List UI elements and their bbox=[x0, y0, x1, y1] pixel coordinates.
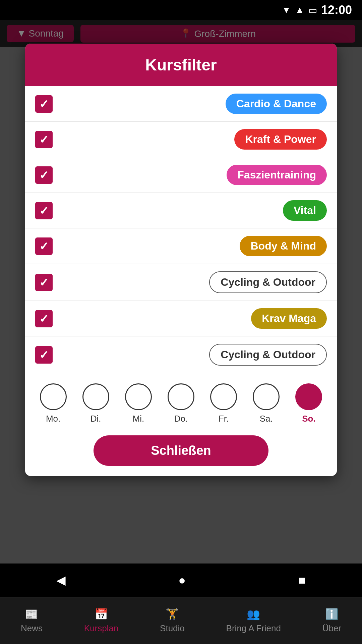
badge-body-mind: Body & Mind bbox=[240, 236, 327, 256]
filter-row-body-mind[interactable]: ✓ Body & Mind bbox=[25, 228, 337, 264]
day-sa[interactable]: Sa. bbox=[253, 383, 280, 424]
checkbox-vital[interactable]: ✓ bbox=[35, 202, 53, 219]
nav-news[interactable]: 📰 News bbox=[21, 608, 43, 634]
checkbox-cycling-outdoor-1[interactable]: ✓ bbox=[35, 274, 53, 291]
badge-krav-maga: Krav Maga bbox=[251, 308, 327, 329]
modal-title: Kursfilter bbox=[35, 56, 327, 74]
close-button-area: Schließen bbox=[25, 427, 337, 476]
checkbox-faszientraining[interactable]: ✓ bbox=[35, 166, 53, 184]
nav-uber-label: Über bbox=[322, 623, 341, 634]
filter-row-faszientraining[interactable]: ✓ Faszientraining bbox=[25, 157, 337, 193]
day-label-di: Di. bbox=[90, 414, 101, 424]
status-bar: ▼ ▲ ▭ 12:00 bbox=[0, 0, 362, 20]
studio-icon: 🏋️ bbox=[166, 608, 179, 621]
nav-studio[interactable]: 🏋️ Studio bbox=[160, 608, 185, 634]
wifi-icon: ▼ bbox=[282, 5, 291, 15]
day-label-so: So. bbox=[302, 414, 315, 424]
android-nav-bar: ◀ ● ■ bbox=[0, 564, 362, 597]
nav-kursplan-label: Kursplan bbox=[84, 623, 119, 634]
uber-icon: ℹ️ bbox=[325, 608, 339, 621]
battery-icon: ▭ bbox=[308, 5, 317, 16]
check-icon: ✓ bbox=[39, 239, 49, 253]
nav-kursplan[interactable]: 📅 Kursplan bbox=[84, 608, 119, 634]
badge-cycling-outdoor-1: Cycling & Outdoor bbox=[209, 271, 327, 293]
filter-row-kraft-power[interactable]: ✓ Kraft & Power bbox=[25, 122, 337, 157]
day-fr[interactable]: Fr. bbox=[210, 383, 237, 424]
day-circle-so[interactable] bbox=[295, 383, 322, 410]
badge-cycling-outdoor-2: Cycling & Outdoor bbox=[209, 344, 327, 366]
day-do[interactable]: Do. bbox=[168, 383, 194, 424]
android-back-button[interactable]: ◀ bbox=[56, 573, 66, 587]
day-selector: Mo. Di. Mi. Do. Fr. Sa. bbox=[25, 373, 337, 427]
modal-body: ✓ Cardio & Dance ✓ Kraft & Power ✓ Faszi… bbox=[25, 86, 337, 476]
android-home-button[interactable]: ● bbox=[178, 573, 186, 587]
news-icon: 📰 bbox=[25, 608, 38, 621]
checkbox-krav-maga[interactable]: ✓ bbox=[35, 310, 53, 327]
day-label-mo: Mo. bbox=[46, 414, 60, 424]
check-icon: ✓ bbox=[39, 133, 49, 146]
day-circle-fr[interactable] bbox=[210, 383, 237, 410]
day-circle-do[interactable] bbox=[168, 383, 194, 410]
nav-uber[interactable]: ℹ️ Über bbox=[322, 608, 341, 634]
filter-row-cycling-outdoor-1[interactable]: ✓ Cycling & Outdoor bbox=[25, 264, 337, 301]
badge-cardio-dance: Cardio & Dance bbox=[226, 94, 327, 114]
bottom-nav: 📰 News 📅 Kursplan 🏋️ Studio 👥 Bring A Fr… bbox=[0, 597, 362, 644]
check-icon: ✓ bbox=[39, 168, 49, 182]
day-circle-di[interactable] bbox=[82, 383, 109, 410]
filter-row-krav-maga[interactable]: ✓ Krav Maga bbox=[25, 301, 337, 336]
filter-row-vital[interactable]: ✓ Vital bbox=[25, 193, 337, 228]
nav-studio-label: Studio bbox=[160, 623, 185, 634]
check-icon: ✓ bbox=[39, 348, 49, 362]
day-so[interactable]: So. bbox=[295, 383, 322, 424]
kursplan-icon: 📅 bbox=[95, 608, 108, 621]
bring-a-friend-icon: 👥 bbox=[247, 608, 260, 621]
day-mo[interactable]: Mo. bbox=[40, 383, 67, 424]
modal-header: Kursfilter bbox=[25, 44, 337, 86]
day-label-mi: Mi. bbox=[133, 414, 144, 424]
day-di[interactable]: Di. bbox=[82, 383, 109, 424]
day-label-sa: Sa. bbox=[260, 414, 273, 424]
day-mi[interactable]: Mi. bbox=[125, 383, 152, 424]
filter-row-cycling-outdoor-2[interactable]: ✓ Cycling & Outdoor bbox=[25, 336, 337, 373]
day-label-fr: Fr. bbox=[219, 414, 229, 424]
badge-faszientraining: Faszientraining bbox=[227, 165, 327, 185]
day-circle-mi[interactable] bbox=[125, 383, 152, 410]
checkbox-cycling-outdoor-2[interactable]: ✓ bbox=[35, 346, 53, 364]
check-icon: ✓ bbox=[39, 312, 49, 325]
check-icon: ✓ bbox=[39, 97, 49, 111]
status-time: 12:00 bbox=[321, 3, 352, 17]
check-icon: ✓ bbox=[39, 276, 49, 289]
signal-icon: ▲ bbox=[295, 5, 304, 15]
day-circle-sa[interactable] bbox=[253, 383, 280, 410]
nav-bring-a-friend-label: Bring A Friend bbox=[226, 623, 281, 634]
badge-vital: Vital bbox=[283, 200, 327, 221]
close-button[interactable]: Schließen bbox=[94, 435, 268, 466]
check-icon: ✓ bbox=[39, 204, 49, 217]
checkbox-body-mind[interactable]: ✓ bbox=[35, 237, 53, 255]
android-recent-button[interactable]: ■ bbox=[298, 573, 306, 587]
checkbox-cardio-dance[interactable]: ✓ bbox=[35, 95, 53, 113]
nav-bring-a-friend[interactable]: 👥 Bring A Friend bbox=[226, 608, 281, 634]
checkbox-kraft-power[interactable]: ✓ bbox=[35, 131, 53, 148]
day-circle-mo[interactable] bbox=[40, 383, 67, 410]
day-label-do: Do. bbox=[174, 414, 188, 424]
kursfilter-modal: Kursfilter ✓ Cardio & Dance ✓ Kraft & Po… bbox=[25, 44, 337, 476]
nav-news-label: News bbox=[21, 623, 43, 634]
filter-row-cardio-dance[interactable]: ✓ Cardio & Dance bbox=[25, 86, 337, 122]
badge-kraft-power: Kraft & Power bbox=[234, 129, 327, 150]
